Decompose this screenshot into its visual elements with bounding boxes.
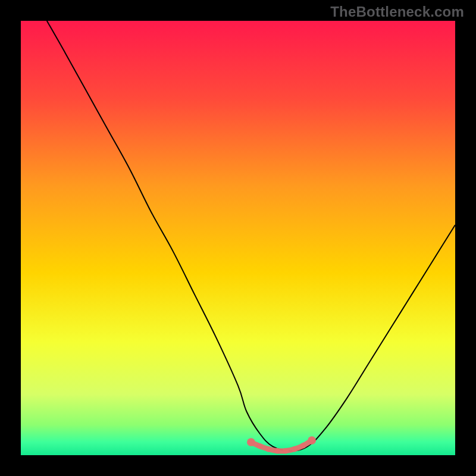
svg-point-2 — [265, 446, 271, 452]
bottleneck-chart — [21, 21, 455, 455]
svg-point-3 — [274, 448, 280, 453]
svg-point-5 — [292, 446, 297, 452]
svg-point-4 — [283, 448, 289, 453]
chart-background — [21, 21, 455, 455]
svg-point-1 — [257, 443, 262, 449]
svg-point-7 — [308, 436, 316, 444]
watermark-text: TheBottleneck.com — [330, 4, 464, 20]
svg-point-0 — [247, 438, 255, 446]
svg-point-6 — [300, 443, 306, 448]
chart-frame: TheBottleneck.com — [0, 0, 476, 476]
